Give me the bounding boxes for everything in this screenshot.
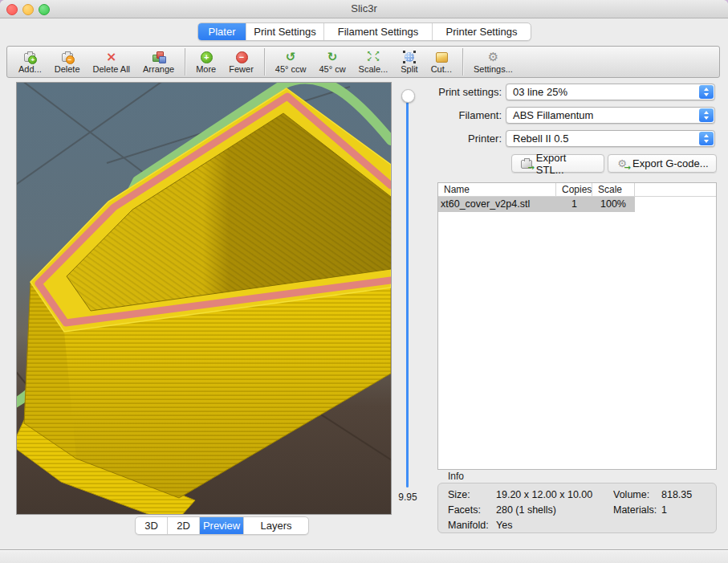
- print-settings-select[interactable]: 03 line 25%: [506, 84, 715, 100]
- layer-slider-value: 9.95: [392, 492, 424, 503]
- view-tab-2d[interactable]: 2D: [168, 517, 200, 534]
- object-name-cell: xt60_cover_v2p4.stl: [438, 197, 556, 212]
- package-minus-icon: −: [60, 51, 75, 63]
- 3d-scene: [17, 83, 391, 514]
- info-panel: Size: 19.20 x 12.00 x 10.00 Volume: 818.…: [437, 483, 717, 533]
- tab-filament-settings[interactable]: Filament Settings: [324, 23, 433, 40]
- split-sphere-icon: [402, 51, 417, 63]
- manifold-label: Manifold:: [448, 520, 489, 531]
- facets-value: 280 (1 shells): [496, 504, 556, 516]
- toolbar-separator: [264, 48, 265, 75]
- facets-label: Facets:: [448, 504, 481, 516]
- rotate-ccw-button[interactable]: ↺ 45° ccw: [269, 47, 313, 77]
- column-header-scale[interactable]: Scale: [592, 183, 635, 196]
- object-copies-cell: 1: [556, 197, 592, 212]
- gear-export-icon: ⚙→: [616, 157, 628, 170]
- cut-button[interactable]: Cut...: [425, 47, 458, 77]
- size-value: 19.20 x 12.00 x 10.00: [496, 489, 592, 500]
- printer-label: Printer:: [424, 130, 502, 147]
- tab-printer-settings[interactable]: Printer Settings: [433, 23, 531, 40]
- toolbar: + Add... − Delete × Delete All Arrange +…: [6, 46, 720, 78]
- split-button[interactable]: Split: [394, 47, 424, 77]
- print-settings-label: Print settings:: [424, 84, 502, 100]
- red-minus-circle-icon: −: [234, 51, 249, 63]
- green-plus-circle-icon: +: [199, 51, 214, 63]
- print-settings-value: 03 line 25%: [513, 86, 567, 98]
- scale-button[interactable]: ↖↗↙↘ Scale...: [352, 47, 395, 77]
- printer-value: Rebell II 0.5: [513, 133, 568, 145]
- materials-value: 1: [661, 504, 667, 516]
- filament-value: ABS Fillamentum: [513, 109, 593, 121]
- column-header-copies[interactable]: Copies: [556, 183, 592, 196]
- table-row[interactable]: xt60_cover_v2p4.stl 1 100%: [438, 197, 716, 212]
- export-stl-label: Export STL...: [536, 152, 596, 176]
- object-list: Name Copies Scale xt60_cover_v2p4.stl 1 …: [437, 182, 717, 470]
- red-x-icon: ×: [104, 51, 119, 63]
- rotate-cw-button[interactable]: ↻ 45° cw: [312, 47, 352, 77]
- view-tab-preview[interactable]: Preview: [200, 517, 244, 534]
- add-button[interactable]: + Add...: [12, 47, 48, 77]
- object-list-header: Name Copies Scale: [438, 183, 716, 197]
- main-tab-bar: Plater Print Settings Filament Settings …: [197, 22, 531, 41]
- cubes-icon: [152, 51, 166, 63]
- toolbar-separator: [185, 48, 185, 75]
- chevron-up-down-icon[interactable]: [699, 85, 714, 99]
- cut-box-icon: [434, 51, 449, 63]
- column-header-blank: [635, 183, 716, 196]
- gear-icon: ⚙: [486, 51, 500, 63]
- status-bar: [0, 549, 728, 563]
- app-window: Slic3r Plater Print Settings Filament Se…: [0, 0, 728, 563]
- tab-print-settings[interactable]: Print Settings: [246, 23, 324, 40]
- rotate-cw-icon: ↻: [325, 51, 340, 63]
- object-scale-cell: 100%: [592, 197, 635, 212]
- column-header-name[interactable]: Name: [438, 183, 556, 196]
- arrange-button[interactable]: Arrange: [136, 47, 181, 77]
- view-tab-layers[interactable]: Layers: [244, 517, 308, 534]
- printer-select[interactable]: Rebell II 0.5: [506, 130, 715, 147]
- layer-slider-track[interactable]: [406, 102, 409, 488]
- size-label: Size:: [448, 489, 470, 500]
- info-section-title: Info: [448, 471, 464, 482]
- chevron-up-down-icon[interactable]: [699, 108, 714, 122]
- rotate-ccw-icon: ↺: [283, 51, 298, 63]
- manifold-value: Yes: [496, 520, 512, 531]
- view-tab-3d[interactable]: 3D: [136, 517, 168, 534]
- settings-button[interactable]: ⚙ Settings...: [467, 47, 519, 77]
- export-gcode-button[interactable]: ⚙→ Export G-code...: [608, 154, 717, 173]
- 3d-viewport[interactable]: [16, 82, 392, 515]
- expand-arrows-icon: ↖↗↙↘: [366, 51, 380, 63]
- package-plus-icon: +: [22, 51, 37, 63]
- export-stl-button[interactable]: → Export STL...: [511, 154, 604, 173]
- volume-label: Volume:: [613, 489, 649, 500]
- window-title: Slic3r: [0, 0, 728, 18]
- chevron-up-down-icon[interactable]: [699, 132, 714, 145]
- delete-all-button[interactable]: × Delete All: [87, 47, 136, 77]
- view-mode-bar: 3D 2D Preview Layers: [135, 516, 309, 535]
- filament-label: Filament:: [424, 107, 502, 124]
- volume-value: 818.35: [661, 489, 692, 500]
- delete-button[interactable]: − Delete: [48, 47, 87, 77]
- title-bar: Slic3r: [0, 0, 728, 18]
- filament-select[interactable]: ABS Fillamentum: [506, 107, 715, 124]
- fewer-button[interactable]: − Fewer: [222, 47, 260, 77]
- export-gcode-label: Export G-code...: [632, 157, 709, 169]
- layer-slider-knob[interactable]: [401, 89, 415, 103]
- toolbar-separator: [462, 48, 463, 75]
- materials-label: Materials:: [613, 504, 657, 516]
- package-export-icon: →: [519, 157, 532, 170]
- tab-plater[interactable]: Plater: [198, 23, 246, 40]
- more-button[interactable]: + More: [189, 47, 222, 77]
